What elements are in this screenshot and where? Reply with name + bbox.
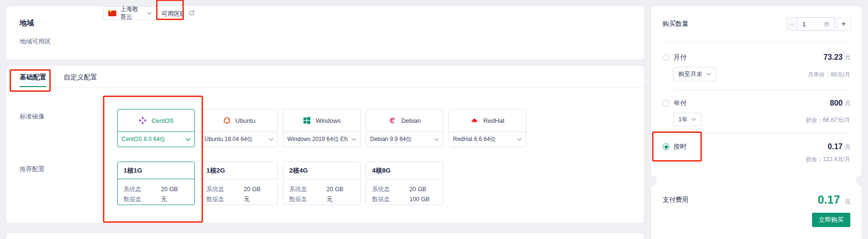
tab-basic-config[interactable]: 基础配置 [20, 73, 46, 87]
disk-value: 20 GB [161, 185, 178, 195]
disk-value: 无 [244, 195, 250, 205]
plan-currency: 元 [845, 99, 850, 108]
os-version-select-redhat[interactable]: RedHat 6.6 64位 [449, 131, 526, 147]
os-version-value: RedHat 6.6 64位 [453, 135, 513, 143]
payment-amount: 0.17 [818, 193, 840, 206]
disk-label: 系统盘 [206, 185, 244, 195]
spec-card-2c4g[interactable]: 2核4G 系统盘20 GB 数据盘无 [283, 162, 361, 205]
disk-value: 无 [327, 195, 333, 205]
os-name: Ubuntu [236, 117, 256, 124]
region-card: 地域 地域可用区 上海教育云 可用区B [6, 6, 644, 60]
centos-icon [138, 116, 147, 125]
spec-row: 1核1G 系统盘20 GB 数据盘无 1核2G 系统盘20 GB 数据盘无 2核… [117, 162, 443, 205]
os-version-select-centos[interactable]: CentOS 8.0 64位 [117, 131, 195, 147]
monthly-duration-select[interactable]: 购至月末 [673, 67, 716, 81]
disk-value: 20 GB [244, 185, 260, 195]
divider [663, 42, 850, 43]
disk-value: 无 [161, 195, 167, 205]
disk-value: 20 GB [327, 185, 343, 195]
availability-zone-value[interactable]: 可用区B [161, 10, 184, 18]
os-card-windows[interactable]: Windows Windows 2019 64位 EN [283, 109, 361, 147]
monthly-duration-value: 购至月末 [678, 70, 702, 78]
payment-label: 支付费用 [663, 196, 688, 204]
os-version-value: Windows 2019 64位 EN [287, 135, 348, 143]
os-card-redhat[interactable]: RedHat RedHat 6.6 64位 [449, 109, 526, 147]
region-row: 上海教育云 可用区B [6, 6, 644, 60]
config-card: 基础配置 自定义配置 标准镜像 CentOS CentOS 8.0 64位 [6, 66, 644, 223]
plan-note: 折合：66.67元/月 [806, 116, 850, 124]
yearly-duration-value: 1年 [678, 116, 688, 124]
spec-name: 4核8G [366, 162, 443, 179]
chevron-down-icon [186, 138, 191, 141]
os-version-value: CentOS 8.0 64位 [122, 135, 182, 143]
tabs-divider [6, 87, 644, 87]
windows-icon [303, 116, 311, 125]
os-card-centos[interactable]: CentOS CentOS 8.0 64位 [117, 109, 195, 147]
left-notch [645, 175, 657, 186]
spec-card-4c8g[interactable]: 4核8G 系统盘20 GB 数据盘100 GB [366, 162, 443, 205]
standard-image-label: 标准镜像 [20, 112, 45, 121]
os-version-value: Ubuntu 18.04 64位 [204, 135, 265, 143]
quantity-row: 购买数量 − 1 台 + [663, 17, 850, 31]
chevron-down-icon [434, 138, 439, 141]
radio-yearly[interactable] [663, 100, 669, 107]
os-card-debian[interactable]: Debian Debian 9.9 64位 [366, 109, 443, 147]
radio-monthly[interactable] [663, 54, 669, 61]
disk-label: 数据盘 [206, 195, 244, 205]
buy-now-button[interactable]: 立即购买 [812, 213, 850, 227]
radio-hourly[interactable] [663, 143, 669, 150]
payment-currency: 元 [845, 198, 850, 205]
os-card-ubuntu[interactable]: Ubuntu Ubuntu 18.04 64位 [200, 109, 278, 147]
quantity-increase-button[interactable]: + [837, 17, 850, 31]
os-version-select-ubuntu[interactable]: Ubuntu 18.04 64位 [200, 131, 278, 147]
plan-row-monthly: 月付 73.23 元 [663, 52, 850, 63]
chevron-down-icon [269, 138, 273, 141]
yearly-duration-select[interactable]: 1年 [673, 113, 701, 126]
os-name: CentOS [151, 117, 173, 124]
disk-label: 数据盘 [289, 195, 327, 205]
debian-icon [388, 116, 397, 125]
quantity-stepper: − 1 台 + [787, 17, 850, 31]
disk-value: 100 GB [409, 195, 429, 205]
payment-row: 支付费用 0.17 元 [663, 192, 850, 208]
chevron-down-icon [691, 118, 696, 121]
quantity-value: 1 [802, 21, 806, 28]
buy-panel: 购买数量 − 1 台 + 月付 73.23 元 购至月末 月单价：80元/月 年… [651, 6, 862, 239]
open-external-icon[interactable] [189, 10, 195, 18]
plan-label: 按时 [674, 142, 828, 151]
spec-name: 1核2G [201, 162, 277, 179]
disk-label: 系统盘 [124, 185, 161, 195]
os-version-select-debian[interactable]: Debian 9.9 64位 [366, 131, 443, 147]
spec-card-1c1g[interactable]: 1核1G 系统盘20 GB 数据盘无 [117, 162, 195, 205]
disk-label: 数据盘 [372, 195, 409, 205]
tab-custom-config[interactable]: 自定义配置 [64, 73, 97, 87]
bottom-card-partial [6, 233, 644, 239]
spec-name: 1核1G [118, 162, 194, 179]
spec-name: 2核4G [283, 162, 360, 179]
quantity-unit: 台 [824, 20, 830, 28]
plan-label: 月付 [674, 53, 823, 62]
quantity-decrease-button[interactable]: − [787, 17, 798, 31]
disk-label: 数据盘 [124, 195, 161, 205]
ubuntu-icon [223, 116, 231, 125]
disk-label: 系统盘 [372, 185, 409, 195]
region-select[interactable]: 上海教育云 [103, 6, 157, 20]
os-version-select-windows[interactable]: Windows 2019 64位 EN [283, 131, 361, 147]
os-image-row: CentOS CentOS 8.0 64位 Ubuntu [117, 109, 526, 147]
disk-label: 系统盘 [289, 185, 327, 195]
quantity-input[interactable]: 1 台 [798, 17, 834, 31]
os-name: RedHat [483, 117, 504, 124]
plan-row-hourly: 按时 0.17 元 [663, 141, 850, 152]
china-flag-icon [108, 11, 116, 16]
region-select-value: 上海教育云 [120, 5, 143, 22]
plan-note: 月单价：80元/月 [808, 71, 850, 79]
disk-value: 20 GB [409, 185, 426, 195]
chevron-down-icon [517, 138, 522, 141]
plan-price: 800 [830, 99, 843, 108]
plan-currency: 元 [845, 54, 850, 62]
chevron-down-icon [351, 138, 356, 141]
plan-price: 73.23 [823, 53, 843, 62]
spec-card-1c2g[interactable]: 1核2G 系统盘20 GB 数据盘无 [200, 162, 278, 205]
plan-label: 年付 [674, 99, 830, 108]
divider [673, 133, 850, 133]
